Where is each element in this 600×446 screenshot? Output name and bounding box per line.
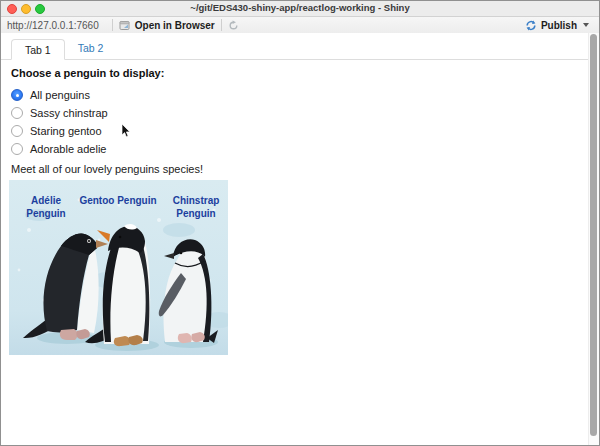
- traffic-lights: [7, 4, 45, 14]
- radio-option-label: Staring gentoo: [30, 125, 102, 137]
- publish-dropdown-caret: [583, 23, 589, 27]
- fullscreen-button[interactable]: [35, 4, 45, 14]
- tab-2[interactable]: Tab 2: [65, 38, 117, 59]
- publish-icon: [525, 20, 537, 31]
- toolbar-separator: [112, 19, 113, 31]
- penguin-image: Adélie Penguin Gentoo Penguin Chinstrap …: [9, 180, 228, 355]
- tab-panel: Choose a penguin to display: All penguin…: [1, 60, 599, 355]
- gentoo-label: Gentoo Penguin: [79, 195, 156, 206]
- shiny-app-window: ~/git/EDS430-shiny-app/reactlog-working …: [0, 0, 600, 446]
- radio-option-staring-gentoo[interactable]: Staring gentoo: [11, 122, 589, 140]
- scrollbar-thumb[interactable]: [590, 34, 597, 436]
- titlebar: ~/git/EDS430-shiny-app/reactlog-working …: [1, 1, 599, 17]
- radio-button-icon: [11, 89, 23, 101]
- close-button[interactable]: [7, 4, 17, 14]
- chinstrap-label-line1: Chinstrap: [173, 195, 220, 206]
- chinstrap-label-line2: Penguin: [176, 208, 215, 219]
- tab-1[interactable]: Tab 1: [11, 39, 65, 60]
- tab-bar: Tab 1 Tab 2: [1, 33, 599, 60]
- adelie-label-line2: Penguin: [26, 208, 65, 219]
- radio-option-label: Adorable adelie: [30, 143, 106, 155]
- app-url-text: http://127.0.0.1:7660: [7, 20, 99, 31]
- minimize-button[interactable]: [21, 4, 31, 14]
- penguin-caption: Meet all of our lovely penguins species!: [11, 163, 589, 176]
- toolbar-separator: [221, 19, 222, 31]
- radio-group-label: Choose a penguin to display:: [11, 67, 589, 80]
- radio-option-all-penguins[interactable]: All penguins: [11, 86, 589, 104]
- open-in-browser-icon: [119, 20, 131, 31]
- toolbar: http://127.0.0.1:7660 Open in Browser Pu…: [1, 17, 599, 34]
- refresh-icon[interactable]: [228, 20, 239, 31]
- publish-label: Publish: [541, 20, 577, 31]
- vertical-scrollbar[interactable]: [588, 33, 599, 445]
- open-in-browser-label: Open in Browser: [135, 20, 215, 31]
- app-content: Tab 1 Tab 2 Choose a penguin to display:…: [1, 33, 599, 445]
- radio-option-label: Sassy chinstrap: [30, 107, 108, 119]
- radio-button-icon: [11, 125, 23, 137]
- radio-option-sassy-chinstrap[interactable]: Sassy chinstrap: [11, 104, 589, 122]
- adelie-label-line1: Adélie: [31, 195, 61, 206]
- publish-button[interactable]: Publish: [525, 20, 589, 31]
- open-in-browser-button[interactable]: Open in Browser: [119, 20, 215, 31]
- radio-button-icon: [11, 143, 23, 155]
- radio-option-label: All penguins: [30, 89, 90, 101]
- window-title: ~/git/EDS430-shiny-app/reactlog-working …: [1, 1, 599, 15]
- radio-button-icon: [11, 107, 23, 119]
- radio-option-adorable-adelie[interactable]: Adorable adelie: [11, 140, 589, 158]
